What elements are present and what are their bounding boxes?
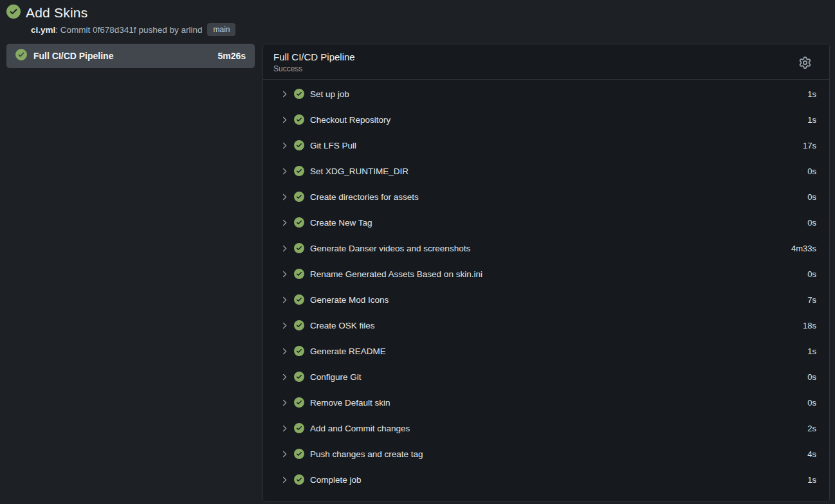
step-row[interactable]: Push changes and create tag 4s bbox=[263, 441, 829, 467]
job-sidebar: Full CI/CD Pipeline 5m26s bbox=[6, 44, 255, 68]
step-list: Set up job 1s Checkout Repository 1s Git… bbox=[263, 80, 829, 501]
check-circle-icon bbox=[294, 423, 304, 433]
chevron-right-icon[interactable] bbox=[280, 424, 289, 433]
chevron-right-icon[interactable] bbox=[280, 141, 289, 150]
step-row[interactable]: Checkout Repository 1s bbox=[263, 107, 829, 132]
step-row[interactable]: Generate Mod Icons 7s bbox=[263, 287, 829, 312]
step-duration: 0s bbox=[807, 269, 816, 279]
step-duration: 18s bbox=[803, 321, 816, 330]
panel-status: Success bbox=[273, 64, 796, 73]
step-name: Create New Tag bbox=[310, 218, 807, 228]
step-duration: 0s bbox=[807, 218, 816, 228]
commit-middle: pushed by bbox=[136, 25, 181, 35]
chevron-right-icon[interactable] bbox=[280, 167, 289, 176]
commit-author-link[interactable]: arlind bbox=[181, 25, 202, 35]
chevron-right-icon[interactable] bbox=[280, 347, 289, 356]
commit-prefix: : Commit bbox=[55, 25, 93, 35]
branch-badge[interactable]: main bbox=[207, 23, 235, 36]
step-name: Rename Generated Assets Based on skin.in… bbox=[310, 269, 807, 279]
commit-hash-link[interactable]: 0f678d341f bbox=[93, 25, 136, 35]
step-name: Generate Mod Icons bbox=[310, 295, 807, 305]
step-duration: 17s bbox=[803, 141, 816, 150]
step-name: Set XDG_RUNTIME_DIR bbox=[310, 166, 807, 176]
step-duration: 0s bbox=[807, 372, 816, 382]
chevron-right-icon[interactable] bbox=[280, 373, 289, 381]
step-row[interactable]: Git LFS Pull 17s bbox=[263, 132, 829, 158]
chevron-right-icon[interactable] bbox=[280, 244, 289, 253]
step-duration: 0s bbox=[807, 166, 816, 176]
step-name: Generate Danser videos and screenshots bbox=[310, 244, 791, 253]
chevron-right-icon[interactable] bbox=[280, 90, 289, 98]
check-circle-icon bbox=[294, 269, 304, 279]
chevron-right-icon[interactable] bbox=[280, 296, 289, 304]
check-circle-icon bbox=[294, 397, 304, 408]
run-content: Full CI/CD Pipeline 5m26s Full CI/CD Pip… bbox=[0, 44, 835, 501]
workflow-file: ci.yml bbox=[31, 25, 55, 35]
gear-icon[interactable] bbox=[796, 54, 814, 71]
chevron-right-icon[interactable] bbox=[280, 116, 289, 124]
job-card-full-pipeline[interactable]: Full CI/CD Pipeline 5m26s bbox=[6, 44, 255, 68]
step-row[interactable]: Create New Tag 0s bbox=[263, 210, 829, 235]
step-duration: 4s bbox=[807, 449, 816, 459]
check-circle-icon bbox=[294, 294, 304, 305]
step-row[interactable]: Remove Default skin 0s bbox=[263, 390, 829, 415]
run-header: Add Skins ci.yml: Commit 0f678d341f push… bbox=[0, 0, 835, 36]
run-title: Add Skins bbox=[26, 5, 87, 21]
check-circle-icon bbox=[294, 140, 304, 150]
step-duration: 4m33s bbox=[791, 244, 816, 253]
panel-title: Full CI/CD Pipeline bbox=[273, 51, 796, 62]
check-circle-icon bbox=[15, 49, 27, 63]
chevron-right-icon[interactable] bbox=[280, 193, 289, 201]
check-circle-icon bbox=[294, 217, 304, 228]
step-row[interactable]: Add and Commit changes 2s bbox=[263, 415, 829, 441]
step-duration: 1s bbox=[807, 475, 816, 485]
check-circle-icon bbox=[294, 449, 304, 459]
chevron-right-icon[interactable] bbox=[280, 321, 289, 330]
step-row[interactable]: Create directories for assets 0s bbox=[263, 184, 829, 210]
check-circle-icon bbox=[294, 114, 304, 125]
step-name: Create OSK files bbox=[310, 321, 803, 330]
step-name: Push changes and create tag bbox=[310, 449, 807, 459]
step-duration: 0s bbox=[807, 398, 816, 408]
job-name: Full CI/CD Pipeline bbox=[33, 51, 211, 61]
step-row[interactable]: Set XDG_RUNTIME_DIR 0s bbox=[263, 158, 829, 184]
check-circle-icon bbox=[294, 346, 304, 356]
step-name: Remove Default skin bbox=[310, 398, 807, 408]
step-row[interactable]: Complete job 1s bbox=[263, 467, 829, 492]
step-row[interactable]: Create OSK files 18s bbox=[263, 312, 829, 338]
step-row[interactable]: Generate README 1s bbox=[263, 338, 829, 364]
step-duration: 0s bbox=[807, 192, 816, 202]
step-duration: 7s bbox=[807, 295, 816, 305]
chevron-right-icon[interactable] bbox=[280, 476, 289, 484]
step-row[interactable]: Set up job 1s bbox=[263, 81, 829, 107]
step-duration: 1s bbox=[807, 89, 816, 99]
step-name: Git LFS Pull bbox=[310, 141, 803, 150]
step-duration: 2s bbox=[807, 424, 816, 433]
check-circle-icon bbox=[294, 243, 304, 253]
chevron-right-icon[interactable] bbox=[280, 270, 289, 278]
check-circle-icon bbox=[294, 166, 304, 176]
step-name: Add and Commit changes bbox=[310, 424, 807, 433]
step-duration: 1s bbox=[807, 346, 816, 356]
check-circle-icon bbox=[6, 4, 21, 21]
check-circle-icon bbox=[294, 192, 304, 202]
chevron-right-icon[interactable] bbox=[280, 450, 289, 458]
chevron-right-icon[interactable] bbox=[280, 399, 289, 407]
check-circle-icon bbox=[294, 372, 304, 382]
job-duration: 5m26s bbox=[217, 51, 246, 61]
check-circle-icon bbox=[294, 320, 304, 330]
step-row[interactable]: Rename Generated Assets Based on skin.in… bbox=[263, 261, 829, 287]
step-name: Complete job bbox=[310, 475, 807, 485]
step-name: Checkout Repository bbox=[310, 115, 807, 125]
run-subtitle: ci.yml: Commit 0f678d341f pushed by arli… bbox=[31, 23, 829, 36]
step-name: Configure Git bbox=[310, 372, 807, 382]
check-circle-icon bbox=[294, 89, 304, 99]
step-row[interactable]: Configure Git 0s bbox=[263, 364, 829, 390]
job-detail-panel: Full CI/CD Pipeline Success Set up job 1… bbox=[262, 44, 830, 501]
panel-header: Full CI/CD Pipeline Success bbox=[263, 44, 829, 80]
step-duration: 1s bbox=[807, 115, 816, 125]
chevron-right-icon[interactable] bbox=[280, 219, 289, 227]
step-name: Generate README bbox=[310, 346, 807, 356]
step-row[interactable]: Generate Danser videos and screenshots 4… bbox=[263, 235, 829, 261]
step-name: Create directories for assets bbox=[310, 192, 807, 202]
